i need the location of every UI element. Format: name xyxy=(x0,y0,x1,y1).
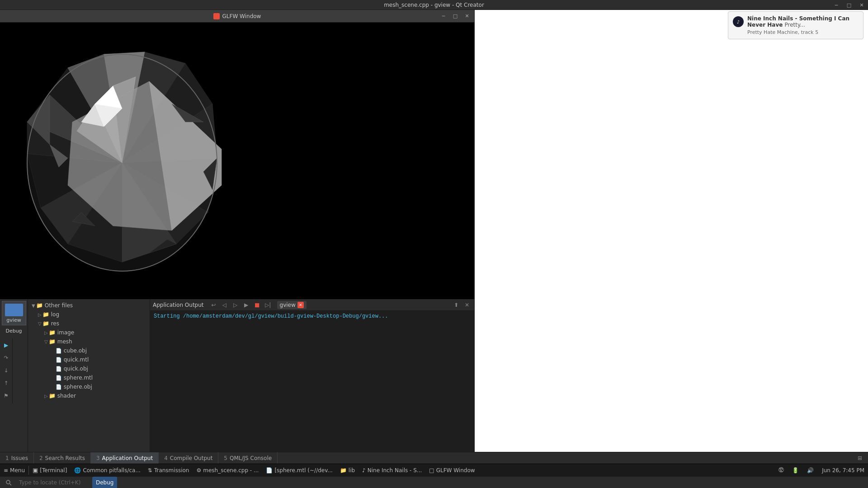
search-icon xyxy=(5,479,12,486)
taskbar-menu[interactable]: ≡ Menu xyxy=(0,464,28,477)
process-tab-gview[interactable]: gview ✕ xyxy=(277,301,307,309)
status-left: Type to locate (Ctrl+K) Debug xyxy=(0,477,120,488)
taskbar-nin[interactable]: ♪ Nine Inch Nails - S... xyxy=(359,464,425,477)
toolbar-scroll-up[interactable]: ↩ xyxy=(209,300,218,310)
glfw-title-icon xyxy=(213,13,220,19)
run-button[interactable]: ▶ xyxy=(1,340,11,350)
tab-issues[interactable]: 1 Issues xyxy=(0,452,34,464)
notification-content: Nine Inch Nails - Something I Can Never … xyxy=(747,15,859,35)
browser-icon: 🌐 xyxy=(74,467,81,474)
glfw-viewport xyxy=(0,23,474,299)
tree-item-quick-obj[interactable]: ▷ 📄 quick.obj xyxy=(28,364,150,373)
ide-section: GLFW Window ─ □ ✕ xyxy=(0,10,475,488)
notification-title: Nine Inch Nails - Something I Can Never … xyxy=(747,15,859,28)
close-button[interactable]: ✕ xyxy=(855,0,868,10)
taskbar-sphere-mtl[interactable]: 📄 [sphere.mtl (~//dev... xyxy=(262,464,336,477)
glfw-minimize[interactable]: ─ xyxy=(438,12,449,21)
glfw-icon: □ xyxy=(429,467,434,474)
tree-item-log[interactable]: ▷ 📁 log xyxy=(28,310,150,319)
music-icon: ♪ xyxy=(362,467,366,474)
taskbar-sound[interactable]: 🔊 xyxy=(803,464,817,477)
step-over-button[interactable]: ↷ xyxy=(1,353,11,363)
right-panel: Line Address Condition Ignore Threads xyxy=(475,10,868,488)
output-line-1: Starting /home/amsterdam/dev/gl/gview/bu… xyxy=(154,313,471,320)
tab-qmljs-console[interactable]: 5 QML/JS Console xyxy=(218,452,278,464)
window-controls: ─ □ ✕ xyxy=(830,0,868,10)
step-into-button[interactable]: ↓ xyxy=(1,366,11,375)
tabs-expand-controls: ⊞ xyxy=(852,454,868,463)
taskbar-glfw[interactable]: □ GLFW Window xyxy=(425,464,478,477)
tree-item-res[interactable]: ▽ 📁 res xyxy=(28,319,150,328)
taskbar-clock: Jun 26, 7:45 PM xyxy=(818,467,868,474)
taskbar-browser[interactable]: 🌐 Common pitfalls/ca... xyxy=(71,464,144,477)
left-gutter: ▶ ↷ ↓ ↑ ⚑ xyxy=(0,338,13,404)
output-label: Application Output xyxy=(153,302,204,308)
toolbar-play[interactable]: ▶ xyxy=(242,300,251,310)
glfw-controls: ─ □ ✕ xyxy=(438,12,472,21)
tree-item-sphere-obj[interactable]: ▷ 📄 sphere.obj xyxy=(28,382,150,391)
toolbar-expand: ⬆ ✕ xyxy=(452,300,472,310)
close-process-icon[interactable]: ✕ xyxy=(297,302,304,308)
minimize-button[interactable]: ─ xyxy=(830,0,843,10)
taskbar-mesh-scene[interactable]: ⚙ mesh_scene.cpp - ... xyxy=(193,464,262,477)
tab-compile-output[interactable]: 4 Compile Output xyxy=(159,452,218,464)
qt-creator-icon: ⚙ xyxy=(196,467,201,474)
output-toolbar: Application Output ↩ ◁ ▷ ▶ ■ ▷| gview ✕ … xyxy=(150,299,474,311)
right-content-area xyxy=(475,10,868,476)
tree-item-sphere-mtl[interactable]: ▷ 📄 sphere.mtl xyxy=(28,373,150,382)
tool-button[interactable]: ⚑ xyxy=(1,391,11,401)
gem-visualization xyxy=(14,32,249,285)
tree-item-quick-mtl[interactable]: ▷ 📄 quick.mtl xyxy=(28,355,150,364)
title-bar: mesh_scene.cpp - gview - Qt Creator ─ □ … xyxy=(0,0,868,10)
bottom-tabs: 1 Issues 2 Search Results 3 Application … xyxy=(0,452,868,464)
gview-label: gview xyxy=(6,317,21,323)
tree-item-other-files[interactable]: ▼ 📁 Other files xyxy=(28,301,150,310)
glfw-close[interactable]: ✕ xyxy=(462,12,472,21)
notification-icon: ♪ xyxy=(733,16,744,27)
main-layout: GLFW Window ─ □ ✕ xyxy=(0,10,868,488)
step-out-button[interactable]: ↑ xyxy=(1,378,11,388)
taskbar: ≡ Menu ▣ [Terminal] 🌐 Common pitfalls/ca… xyxy=(0,464,868,476)
taskbar-battery[interactable]: 🔋 xyxy=(788,464,802,477)
status-debug-label[interactable]: Debug xyxy=(92,477,117,488)
tree-item-cube-obj[interactable]: ▷ 📄 cube.obj xyxy=(28,346,150,355)
glfw-restore[interactable]: □ xyxy=(450,12,461,21)
status-search-icon[interactable] xyxy=(3,477,14,488)
toolbar-prev[interactable]: ◁ xyxy=(220,300,229,310)
taskbar-network[interactable]: ⑫ xyxy=(775,464,788,477)
glfw-title-label: GLFW Window xyxy=(222,13,261,19)
terminal-icon: ▣ xyxy=(33,467,38,474)
lib-icon: 📁 xyxy=(340,467,347,474)
svg-point-33 xyxy=(6,480,10,484)
taskbar-transmission[interactable]: ⇅ Transmission xyxy=(144,464,193,477)
svg-line-34 xyxy=(10,483,12,485)
tree-item-mesh[interactable]: ▽ 📁 mesh xyxy=(28,337,150,346)
expand-button[interactable]: ⬆ xyxy=(452,300,461,310)
notification-subtitle: Pretty Hate Machine, track 5 xyxy=(747,29,859,35)
tabs-expand-btn[interactable]: ⊞ xyxy=(855,454,864,463)
transmission-icon: ⇅ xyxy=(148,467,152,474)
status-bar: Type to locate (Ctrl+K) Debug xyxy=(0,476,868,488)
taskbar-right: ⑫ 🔋 🔊 Jun 26, 7:45 PM xyxy=(775,464,868,477)
notification-popup: ♪ Nine Inch Nails - Something I Can Neve… xyxy=(728,11,863,39)
tab-application-output[interactable]: 3 Application Output xyxy=(91,452,159,464)
tree-item-image[interactable]: ▷ 📁 image xyxy=(28,328,150,337)
restore-button[interactable]: □ xyxy=(843,0,855,10)
toolbar-next[interactable]: ▷ xyxy=(231,300,240,310)
taskbar-terminal[interactable]: ▣ [Terminal] xyxy=(29,464,71,477)
editor-icon: 📄 xyxy=(266,467,273,474)
debug-label: Debug xyxy=(0,328,28,334)
menu-icon: ≡ xyxy=(4,467,8,474)
tab-search-results[interactable]: 2 Search Results xyxy=(34,452,91,464)
status-search-input[interactable]: Type to locate (Ctrl+K) xyxy=(16,477,89,488)
title-text: mesh_scene.cpp - gview - Qt Creator xyxy=(384,2,484,8)
taskbar-lib[interactable]: 📁 lib xyxy=(336,464,359,477)
glfw-title-bar: GLFW Window ─ □ ✕ xyxy=(0,10,474,23)
toolbar-next2[interactable]: ▷| xyxy=(264,300,273,310)
detach-button[interactable]: ✕ xyxy=(462,300,472,310)
tree-item-shader[interactable]: ▷ 📁 shader xyxy=(28,391,150,400)
toolbar-stop[interactable]: ■ xyxy=(253,300,262,310)
glfw-window: GLFW Window ─ □ ✕ xyxy=(0,10,475,299)
